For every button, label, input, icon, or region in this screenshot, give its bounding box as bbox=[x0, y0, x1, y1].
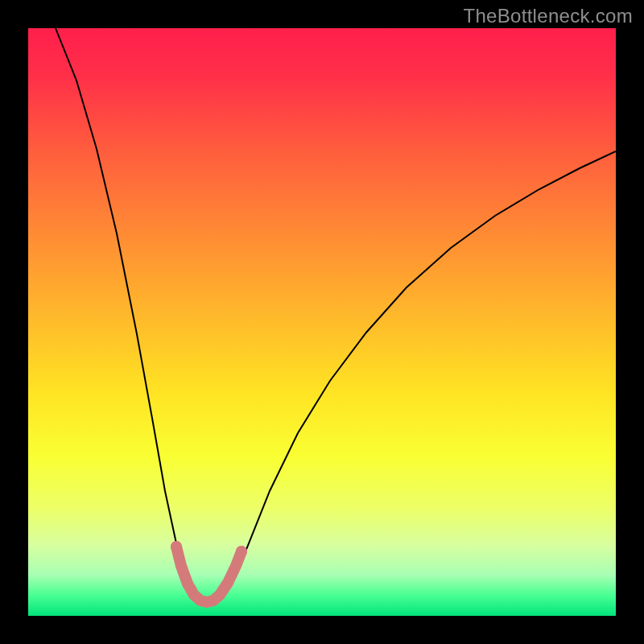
chart-frame: TheBottleneck.com bbox=[0, 0, 644, 644]
marker-dot bbox=[236, 546, 247, 557]
series-v-curve bbox=[56, 28, 616, 599]
watermark-text: TheBottleneck.com bbox=[463, 5, 633, 27]
plot-area bbox=[28, 28, 616, 616]
series-bottom-arc-marker bbox=[176, 547, 242, 602]
curve-layer bbox=[28, 28, 616, 616]
marker-dot bbox=[171, 541, 182, 552]
